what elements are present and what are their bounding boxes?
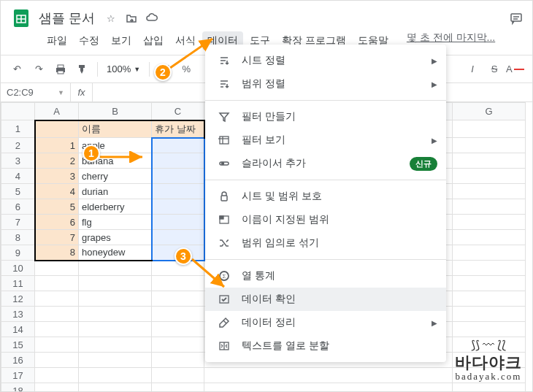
cell[interactable] (35, 120, 79, 138)
sort-icon (217, 77, 231, 91)
annotation-marker-3: 3 (175, 247, 192, 265)
svg-rect-7 (58, 65, 64, 68)
cell[interactable]: 휴가 날짜 (152, 120, 204, 138)
cloud-icon[interactable] (145, 11, 159, 26)
menu-view[interactable]: 보기 (106, 31, 137, 50)
percent-button[interactable]: % (176, 59, 196, 80)
menu-item-filter[interactable]: 필터 만들기 (205, 105, 446, 128)
menu-format[interactable]: 서식 (170, 31, 201, 50)
sheets-app-icon[interactable] (9, 7, 33, 30)
menu-item-split[interactable]: 텍스트를 열로 분할 (205, 334, 446, 358)
name-box[interactable]: C2:C9 ▼ (1, 83, 71, 101)
check-icon (217, 292, 231, 307)
print-button[interactable] (50, 59, 71, 80)
title-bar: 샘플 문서 ☆ (1, 1, 532, 31)
filter-icon (217, 109, 231, 124)
col-header-c[interactable]: C (152, 103, 204, 120)
redo-button[interactable]: ↷ (28, 59, 49, 80)
menu-file[interactable]: 파일 (42, 31, 72, 50)
submenu-arrow-icon: ▶ (432, 57, 437, 65)
svg-rect-15 (221, 196, 227, 201)
menu-item-clean[interactable]: 데이터 정리▶ (205, 311, 446, 334)
menu-item-named[interactable]: 이름이 지정된 범위 (205, 208, 446, 231)
submenu-arrow-icon: ▶ (432, 137, 437, 145)
svg-point-14 (222, 163, 224, 165)
menu-item-shuffle[interactable]: 범위 임의로 섞기 (205, 231, 446, 255)
data-menu-dropdown: 시트 정렬▶범위 정렬▶필터 만들기필터 보기▶슬라이서 추가신규시트 및 범위… (205, 45, 446, 362)
svg-rect-17 (220, 216, 223, 219)
submenu-arrow-icon: ▶ (432, 80, 437, 88)
svg-text:Σ: Σ (223, 273, 226, 280)
menu-item-sort[interactable]: 범위 정렬▶ (205, 72, 446, 96)
menu-item-slicer[interactable]: 슬라이서 추가신규 (205, 152, 446, 175)
col-header-a[interactable]: A (35, 103, 79, 120)
zoom-select[interactable]: 100% ▼ (102, 64, 145, 74)
new-badge: 신규 (410, 157, 437, 171)
fx-label: fx (71, 83, 93, 101)
menu-item-filter-view[interactable]: 필터 보기▶ (205, 128, 446, 152)
col-header-g[interactable]: G (453, 103, 526, 120)
svg-rect-10 (220, 137, 229, 144)
clean-icon (217, 315, 231, 330)
paint-format-button[interactable] (72, 59, 93, 80)
document-title[interactable]: 샘플 문서 (39, 9, 95, 27)
submenu-arrow-icon: ▶ (432, 319, 437, 327)
italic-button[interactable]: I (462, 59, 483, 80)
undo-button[interactable]: ↶ (7, 59, 27, 80)
menu-edit[interactable]: 수정 (74, 31, 104, 50)
filter-view-icon (217, 133, 231, 147)
menu-item-lock[interactable]: 시트 및 범위 보호 (205, 185, 446, 208)
named-icon (217, 212, 231, 227)
strikethrough-button[interactable]: S (484, 59, 505, 80)
comment-icon[interactable] (509, 11, 524, 26)
annotation-marker-2: 2 (154, 64, 172, 81)
svg-rect-9 (58, 71, 64, 74)
col-header-b[interactable]: B (79, 103, 152, 120)
row-header[interactable]: 1 (1, 120, 35, 138)
menu-item-stats[interactable]: Σ열 통계 (205, 264, 446, 288)
slicer-icon (217, 156, 231, 171)
annotation-marker-1: 1 (83, 145, 100, 162)
sort-icon (217, 53, 231, 68)
stats-icon: Σ (217, 269, 231, 283)
select-all-corner[interactable] (1, 103, 35, 120)
menu-item-check[interactable]: 데이터 확인 (205, 288, 446, 311)
move-icon[interactable] (124, 11, 139, 26)
menu-item-sort[interactable]: 시트 정렬▶ (205, 49, 446, 72)
star-icon[interactable]: ☆ (104, 11, 118, 26)
svg-rect-4 (511, 14, 521, 21)
shuffle-icon (217, 236, 231, 250)
watermark: ⟆⟆ 〰 ⟅⟅ 바다야크 badayak.com (455, 338, 522, 383)
split-icon (217, 339, 231, 353)
lock-icon (217, 189, 231, 204)
text-color-button[interactable]: A (506, 59, 526, 80)
menu-insert[interactable]: 삽입 (138, 31, 169, 50)
cell[interactable]: 이름 (79, 120, 152, 138)
